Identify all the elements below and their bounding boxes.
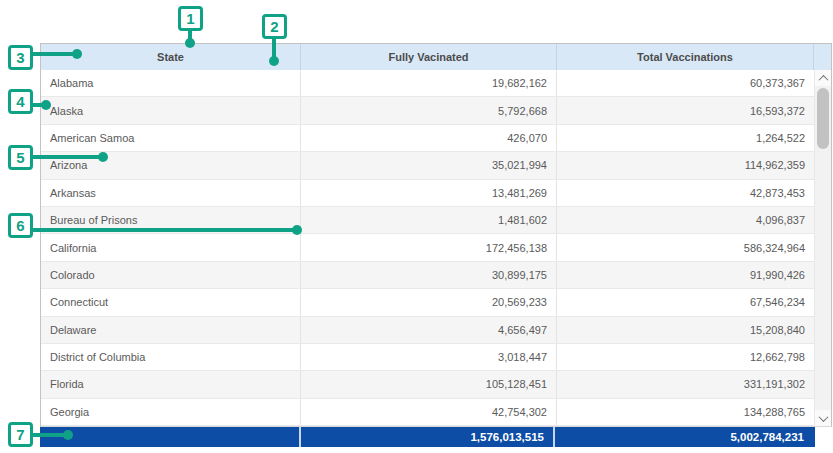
- column-header-total-vaccinations[interactable]: Total Vaccinations: [557, 44, 814, 70]
- cell-total-vaccinations: 586,324,964: [557, 234, 814, 260]
- table-row[interactable]: Delaware4,656,49715,208,840: [41, 317, 814, 344]
- cell-fully-vaccinated: 42,754,302: [301, 399, 557, 425]
- totals-total-vaccinations: 5,002,784,231: [555, 427, 813, 447]
- callout-7-dot: [63, 430, 73, 440]
- table-row[interactable]: Alabama19,682,16260,373,367: [41, 70, 814, 97]
- callout-4-dot: [41, 100, 51, 110]
- table-row[interactable]: Florida105,128,451331,191,302: [41, 371, 814, 398]
- cell-total-vaccinations: 134,288,765: [557, 399, 814, 425]
- totals-fully-vaccinated: 1,576,013,515: [301, 427, 555, 447]
- cell-fully-vaccinated: 105,128,451: [301, 371, 557, 397]
- cell-state: Colorado: [41, 262, 301, 288]
- table-row[interactable]: California172,456,138586,324,964: [41, 234, 814, 261]
- cell-total-vaccinations: 1,264,522: [557, 125, 814, 151]
- callout-3-dot: [72, 49, 82, 59]
- cell-total-vaccinations: 60,373,367: [557, 70, 814, 96]
- cell-total-vaccinations: 91,990,426: [557, 262, 814, 288]
- table-row[interactable]: District of Columbia3,018,44712,662,798: [41, 344, 814, 371]
- callout-5-badge: 5: [8, 145, 33, 170]
- callout-2-dot: [269, 56, 279, 66]
- cell-state: Delaware: [41, 317, 301, 343]
- cell-total-vaccinations: 16,593,372: [557, 97, 814, 123]
- cell-fully-vaccinated: 20,569,233: [301, 289, 557, 315]
- cell-state: Arkansas: [41, 180, 301, 206]
- cell-total-vaccinations: 331,191,302: [557, 371, 814, 397]
- column-header-fully-vaccinated[interactable]: Fully Vacinated: [301, 44, 557, 70]
- cell-state: Florida: [41, 371, 301, 397]
- callout-2-badge: 2: [262, 14, 287, 39]
- cell-state: Alaska: [41, 97, 301, 123]
- cell-fully-vaccinated: 426,070: [301, 125, 557, 151]
- cell-fully-vaccinated: 1,481,602: [301, 207, 557, 233]
- callout-4-badge: 4: [8, 89, 33, 114]
- cell-total-vaccinations: 4,096,837: [557, 207, 814, 233]
- table-row[interactable]: American Samoa426,0701,264,522: [41, 125, 814, 152]
- callout-6-badge: 6: [8, 213, 33, 238]
- totals-state-cell: [40, 427, 301, 447]
- vaccinations-table: State Fully Vacinated Total Vaccinations…: [40, 43, 832, 427]
- cell-fully-vaccinated: 19,682,162: [301, 70, 557, 96]
- scroll-down-button[interactable]: [815, 410, 831, 426]
- scrollbar-track[interactable]: [815, 86, 831, 410]
- callout-1-badge: 1: [178, 6, 203, 31]
- table-row[interactable]: Alaska5,792,66816,593,372: [41, 97, 814, 124]
- cell-state: Alabama: [41, 70, 301, 96]
- vertical-scrollbar[interactable]: [814, 70, 831, 426]
- scroll-up-button[interactable]: [815, 70, 831, 86]
- table-body-rows: Alabama19,682,16260,373,367Alaska5,792,6…: [41, 70, 814, 426]
- cell-state: District of Columbia: [41, 344, 301, 370]
- cell-fully-vaccinated: 35,021,994: [301, 152, 557, 178]
- table-row[interactable]: Colorado30,899,17591,990,426: [41, 262, 814, 289]
- callout-3-line: [30, 52, 77, 56]
- cell-fully-vaccinated: 30,899,175: [301, 262, 557, 288]
- table-row[interactable]: Arkansas13,481,26942,873,453: [41, 180, 814, 207]
- cell-total-vaccinations: 42,873,453: [557, 180, 814, 206]
- callout-6-line: [30, 228, 297, 232]
- cell-state: California: [41, 234, 301, 260]
- table-body: Alabama19,682,16260,373,367Alaska5,792,6…: [41, 70, 831, 426]
- cell-state: Georgia: [41, 399, 301, 425]
- table-row[interactable]: Connecticut20,569,23367,546,234: [41, 289, 814, 316]
- header-scrollbar-corner: [814, 44, 831, 70]
- table-row[interactable]: Georgia42,754,302134,288,765: [41, 399, 814, 426]
- cell-fully-vaccinated: 5,792,668: [301, 97, 557, 123]
- callout-5-dot: [98, 152, 108, 162]
- callout-1-dot: [185, 38, 195, 48]
- callout-5-line: [30, 155, 103, 159]
- table-totals-row: 1,576,013,515 5,002,784,231: [40, 427, 815, 447]
- cell-total-vaccinations: 67,546,234: [557, 289, 814, 315]
- cell-fully-vaccinated: 172,456,138: [301, 234, 557, 260]
- cell-state: American Samoa: [41, 125, 301, 151]
- cell-total-vaccinations: 15,208,840: [557, 317, 814, 343]
- callout-3-badge: 3: [8, 45, 33, 70]
- cell-total-vaccinations: 114,962,359: [557, 152, 814, 178]
- cell-state: Connecticut: [41, 289, 301, 315]
- chevron-down-icon: [818, 412, 828, 422]
- cell-fully-vaccinated: 3,018,447: [301, 344, 557, 370]
- cell-fully-vaccinated: 13,481,269: [301, 180, 557, 206]
- callout-6-dot: [292, 225, 302, 235]
- chevron-up-icon: [818, 74, 828, 84]
- scrollbar-thumb[interactable]: [817, 88, 829, 149]
- callout-7-badge: 7: [8, 422, 33, 447]
- cell-total-vaccinations: 12,662,798: [557, 344, 814, 370]
- table-header-row: State Fully Vacinated Total Vaccinations: [41, 44, 831, 70]
- cell-fully-vaccinated: 4,656,497: [301, 317, 557, 343]
- table-row[interactable]: Arizona35,021,994114,962,359: [41, 152, 814, 179]
